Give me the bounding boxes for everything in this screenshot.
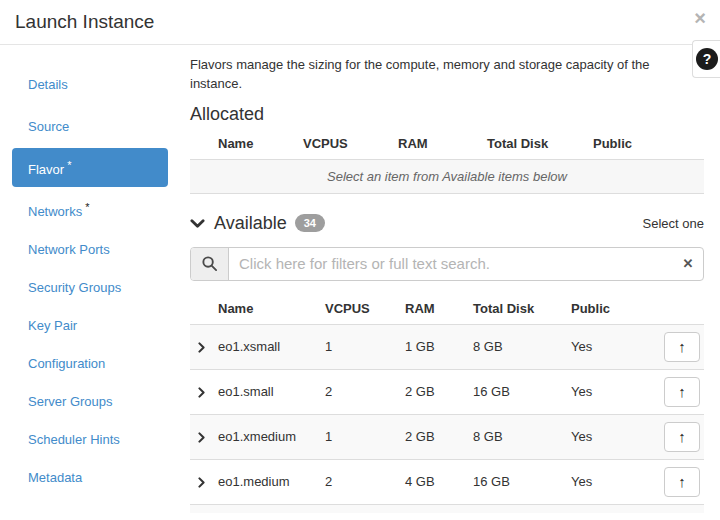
dialog-header: Launch Instance × — [0, 0, 720, 45]
sidebar-item-configuration[interactable]: Configuration — [12, 346, 168, 381]
column-header-ram: RAM — [398, 127, 487, 160]
flavor-vcpus: 1 — [325, 414, 405, 459]
sidebar-item-source[interactable]: Source — [12, 105, 168, 144]
table-row[interactable]: eo1.xmedium 1 2 GB 8 GB Yes ↑ — [190, 414, 704, 459]
table-row[interactable]: eo1.medium 2 4 GB 16 GB Yes ↑ — [190, 459, 704, 504]
flavor-ram: 2 GB — [405, 414, 473, 459]
sidebar-item-label: Security Groups — [28, 280, 121, 295]
clear-icon[interactable]: ✕ — [673, 248, 703, 280]
sidebar-item-details[interactable]: Details — [12, 63, 168, 102]
allocate-button[interactable]: ↑ — [664, 422, 700, 452]
allocated-heading: Allocated — [190, 104, 704, 125]
sidebar-item-flavor[interactable]: Flavor* — [12, 148, 168, 187]
table-row[interactable]: eo1.xsmall 1 1 GB 8 GB Yes ↑ — [190, 324, 704, 369]
flavor-name: eo1.small — [218, 369, 325, 414]
sidebar-item-metadata[interactable]: Metadata — [12, 460, 168, 495]
step-description: Flavors manage the sizing for the comput… — [190, 56, 676, 94]
up-arrow-icon: ↑ — [678, 338, 686, 355]
flavor-name: eo1.xsmall — [218, 324, 325, 369]
help-icon[interactable]: ? — [696, 48, 718, 70]
sidebar-item-server-groups[interactable]: Server Groups — [12, 384, 168, 419]
flavor-ram: 4 GB — [405, 459, 473, 504]
allocated-empty-text: Select an item from Available items belo… — [190, 159, 704, 193]
column-header-public: Public — [571, 292, 649, 325]
column-header-name: Name — [218, 127, 303, 160]
allocate-button[interactable]: ↑ — [664, 377, 700, 407]
flavor-vcpus: 2 — [325, 459, 405, 504]
flavor-public: Yes — [571, 459, 649, 504]
sidebar-item-label: Source — [28, 120, 69, 135]
expand-column-header — [190, 127, 218, 160]
available-table: Name VCPUS RAM Total Disk Public eo1.xsm… — [190, 292, 704, 505]
flavor-total-disk: 8 GB — [473, 414, 571, 459]
action-column-header — [649, 292, 704, 325]
sidebar-item-label: Details — [28, 77, 68, 92]
flavor-public: Yes — [571, 414, 649, 459]
sidebar-item-label: Server Groups — [28, 394, 113, 409]
flavor-public: Yes — [571, 324, 649, 369]
chevron-right-icon[interactable] — [196, 432, 207, 443]
flavor-vcpus: 1 — [325, 324, 405, 369]
filter-search-bar: ✕ — [190, 247, 704, 281]
available-count-badge: 34 — [295, 214, 325, 232]
sidebar-item-label: Scheduler Hints — [28, 432, 120, 447]
sidebar-item-label: Network Ports — [28, 242, 110, 257]
sidebar-item-scheduler-hints[interactable]: Scheduler Hints — [12, 422, 168, 457]
column-header-name: Name — [218, 292, 325, 325]
column-header-ram: RAM — [405, 292, 473, 325]
sidebar-item-networks[interactable]: Networks* — [12, 190, 168, 229]
chevron-down-icon[interactable] — [190, 216, 205, 231]
select-one-hint: Select one — [643, 216, 704, 231]
sidebar-item-label: Key Pair — [28, 318, 77, 333]
up-arrow-icon: ↑ — [678, 428, 686, 445]
chevron-right-icon[interactable] — [196, 387, 207, 398]
up-arrow-icon: ↑ — [678, 473, 686, 490]
table-row[interactable]: eo1.small 2 2 GB 16 GB Yes ↑ — [190, 369, 704, 414]
allocate-button[interactable]: ↑ — [664, 332, 700, 362]
sidebar-item-label: Configuration — [28, 356, 105, 371]
column-header-public: Public — [593, 127, 704, 160]
allocated-table: Name VCPUS RAM Total Disk Public Select … — [190, 127, 704, 194]
sidebar-item-security-groups[interactable]: Security Groups — [12, 270, 168, 305]
search-input[interactable] — [229, 248, 673, 280]
flavor-total-disk: 16 GB — [473, 459, 571, 504]
column-header-vcpus: VCPUS — [325, 292, 405, 325]
help-tab[interactable]: ? — [692, 40, 720, 78]
sidebar-item-network-ports[interactable]: Network Ports — [12, 232, 168, 267]
flavor-step-content: Flavors manage the sizing for the comput… — [190, 56, 704, 513]
wizard-sidebar: Details Source Flavor* Networks* Network… — [0, 60, 180, 498]
flavor-ram: 1 GB — [405, 324, 473, 369]
expand-column-header — [190, 292, 218, 325]
available-heading: Available — [214, 213, 287, 234]
flavor-public: Yes — [571, 369, 649, 414]
available-section-header: Available 34 Select one — [190, 213, 704, 234]
required-marker: * — [85, 201, 89, 213]
allocate-button[interactable]: ↑ — [664, 467, 700, 497]
search-icon — [191, 248, 229, 280]
sidebar-item-label: Networks — [28, 204, 82, 219]
flavor-ram: 2 GB — [405, 369, 473, 414]
next-row-partial — [190, 505, 704, 513]
flavor-total-disk: 16 GB — [473, 369, 571, 414]
chevron-right-icon[interactable] — [196, 477, 207, 488]
flavor-total-disk: 8 GB — [473, 324, 571, 369]
allocated-empty-row: Select an item from Available items belo… — [190, 159, 704, 193]
up-arrow-icon: ↑ — [678, 383, 686, 400]
sidebar-item-label: Flavor — [28, 162, 64, 177]
sidebar-item-label: Metadata — [28, 470, 82, 485]
flavor-vcpus: 2 — [325, 369, 405, 414]
close-icon[interactable]: × — [694, 8, 706, 28]
column-header-total-disk: Total Disk — [487, 127, 593, 160]
page-title: Launch Instance — [15, 11, 154, 33]
column-header-total-disk: Total Disk — [473, 292, 571, 325]
chevron-right-icon[interactable] — [196, 342, 207, 353]
sidebar-item-key-pair[interactable]: Key Pair — [12, 308, 168, 343]
flavor-name: eo1.xmedium — [218, 414, 325, 459]
flavor-name: eo1.medium — [218, 459, 325, 504]
required-marker: * — [67, 159, 71, 171]
column-header-vcpus: VCPUS — [303, 127, 398, 160]
